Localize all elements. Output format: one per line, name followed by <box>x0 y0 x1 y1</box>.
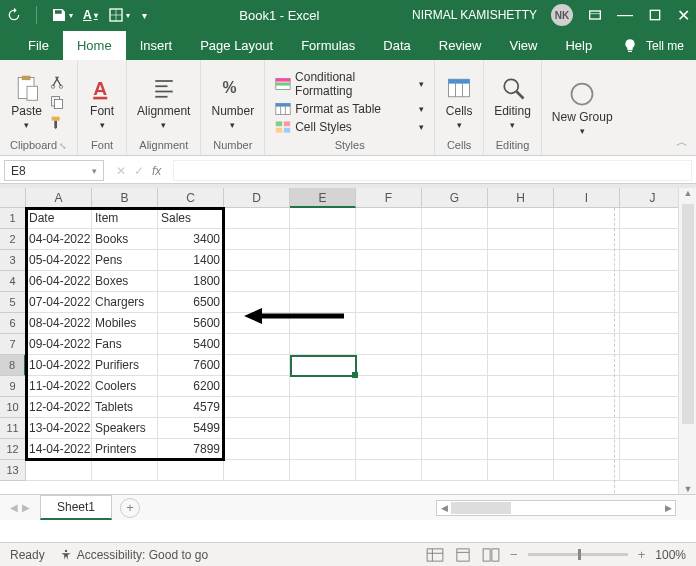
user-avatar[interactable]: NK <box>551 4 573 26</box>
cell[interactable]: 07-04-2022 <box>26 292 92 313</box>
row-header[interactable]: 3 <box>0 250 26 271</box>
cell[interactable] <box>620 334 686 355</box>
font-underline-icon[interactable]: A▾ <box>83 8 98 22</box>
cell[interactable]: Date <box>26 208 92 229</box>
cell[interactable] <box>554 229 620 250</box>
zoom-level[interactable]: 100% <box>655 548 686 562</box>
cell[interactable]: 7899 <box>158 439 224 460</box>
cell[interactable]: Chargers <box>92 292 158 313</box>
cells-container[interactable]: DateItemSales04-04-2022Books340005-04-20… <box>26 208 686 481</box>
cell[interactable] <box>356 250 422 271</box>
cell[interactable] <box>356 439 422 460</box>
cell[interactable]: 4579 <box>158 397 224 418</box>
cell[interactable]: 5400 <box>158 334 224 355</box>
cell[interactable] <box>224 418 290 439</box>
normal-view-button[interactable] <box>426 548 444 562</box>
cell[interactable] <box>488 271 554 292</box>
close-button[interactable]: ✕ <box>677 6 690 25</box>
cell[interactable] <box>290 355 356 376</box>
cell[interactable]: Sales <box>158 208 224 229</box>
row-header[interactable]: 5 <box>0 292 26 313</box>
cell[interactable] <box>356 313 422 334</box>
row-header[interactable]: 8 <box>0 355 26 376</box>
minimize-button[interactable]: — <box>617 6 633 24</box>
row-headers[interactable]: 12345678910111213 <box>0 208 26 481</box>
cell[interactable] <box>290 439 356 460</box>
cell[interactable] <box>554 355 620 376</box>
formula-input[interactable] <box>173 160 692 181</box>
cell[interactable] <box>488 418 554 439</box>
cell[interactable] <box>554 334 620 355</box>
cell[interactable]: 3400 <box>158 229 224 250</box>
row-header[interactable]: 1 <box>0 208 26 229</box>
cell[interactable] <box>224 250 290 271</box>
cell[interactable]: Printers <box>92 439 158 460</box>
cell[interactable] <box>92 460 158 481</box>
alignment-button[interactable]: Alignment▾ <box>137 74 190 130</box>
cell[interactable] <box>554 376 620 397</box>
cell[interactable]: 6200 <box>158 376 224 397</box>
cell[interactable] <box>488 250 554 271</box>
format-as-table-button[interactable]: Format as Table▾ <box>275 102 424 116</box>
cell[interactable] <box>554 208 620 229</box>
column-header[interactable]: H <box>488 188 554 208</box>
conditional-formatting-button[interactable]: Conditional Formatting▾ <box>275 70 424 98</box>
cell[interactable] <box>422 250 488 271</box>
cell[interactable] <box>224 439 290 460</box>
maximize-button[interactable] <box>647 7 663 23</box>
row-header[interactable]: 7 <box>0 334 26 355</box>
cancel-formula-icon[interactable]: ✕ <box>116 164 126 178</box>
cell[interactable] <box>554 250 620 271</box>
format-painter-icon[interactable] <box>48 114 66 130</box>
cell[interactable] <box>422 376 488 397</box>
cell[interactable] <box>26 460 92 481</box>
cell[interactable] <box>422 397 488 418</box>
cell[interactable] <box>224 271 290 292</box>
cell[interactable] <box>488 376 554 397</box>
cell[interactable]: 05-04-2022 <box>26 250 92 271</box>
cell[interactable]: 5499 <box>158 418 224 439</box>
row-header[interactable]: 10 <box>0 397 26 418</box>
cell[interactable] <box>620 313 686 334</box>
cell[interactable] <box>620 355 686 376</box>
cell[interactable] <box>290 397 356 418</box>
cell[interactable] <box>620 271 686 292</box>
column-header[interactable]: C <box>158 188 224 208</box>
column-header[interactable]: F <box>356 188 422 208</box>
new-group-button[interactable]: New Group▾ <box>552 80 613 136</box>
cell[interactable] <box>290 418 356 439</box>
cell[interactable] <box>290 271 356 292</box>
sheet-nav-buttons[interactable]: ◀▶ <box>0 502 40 513</box>
save-icon[interactable]: ▾ <box>51 7 73 23</box>
cell[interactable] <box>422 313 488 334</box>
cell[interactable]: Fans <box>92 334 158 355</box>
cell[interactable] <box>620 397 686 418</box>
cell[interactable]: Tablets <box>92 397 158 418</box>
cell[interactable] <box>488 292 554 313</box>
cell[interactable] <box>356 271 422 292</box>
accessibility-status[interactable]: Accessibility: Good to go <box>59 548 208 562</box>
cell[interactable]: Boxes <box>92 271 158 292</box>
column-header[interactable]: I <box>554 188 620 208</box>
horizontal-scrollbar[interactable]: ◀ ▶ <box>436 500 676 516</box>
row-header[interactable]: 13 <box>0 460 26 481</box>
cell[interactable] <box>224 376 290 397</box>
cell[interactable] <box>554 292 620 313</box>
cell[interactable]: Books <box>92 229 158 250</box>
cell[interactable] <box>620 208 686 229</box>
editing-button[interactable]: Editing▾ <box>494 74 531 130</box>
column-header[interactable]: D <box>224 188 290 208</box>
cell[interactable] <box>422 229 488 250</box>
cell[interactable] <box>224 208 290 229</box>
cell[interactable] <box>290 250 356 271</box>
cell[interactable] <box>488 334 554 355</box>
cell[interactable] <box>554 439 620 460</box>
cell[interactable] <box>158 460 224 481</box>
tab-help[interactable]: Help <box>551 31 606 60</box>
cell[interactable] <box>290 313 356 334</box>
cell[interactable]: 1400 <box>158 250 224 271</box>
tab-view[interactable]: View <box>495 31 551 60</box>
cell[interactable] <box>224 460 290 481</box>
cell[interactable] <box>488 460 554 481</box>
cell[interactable] <box>488 208 554 229</box>
